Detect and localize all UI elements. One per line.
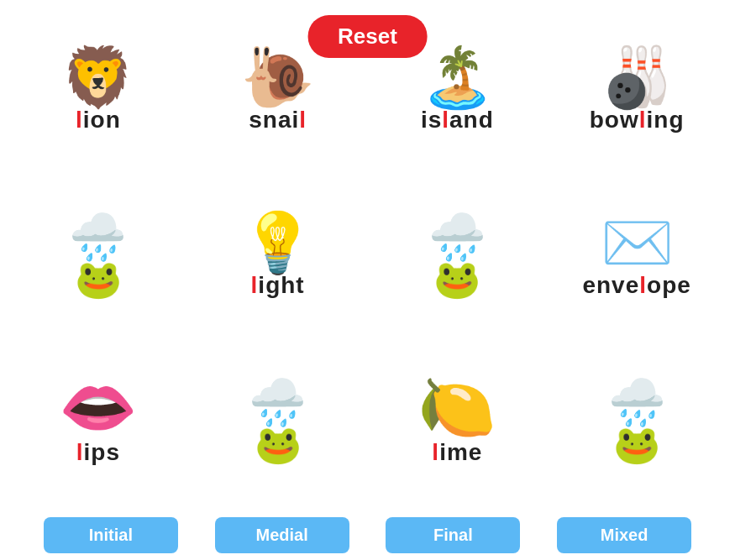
cell-rain1: 🌧️ 🐸 [8, 174, 188, 339]
light-word: light [251, 272, 305, 299]
snail-final: l [299, 107, 307, 133]
island-prefix: is [421, 107, 442, 133]
reset-button[interactable]: Reset [307, 15, 428, 58]
cell-lips[interactable]: 👄 lips [8, 338, 188, 504]
final-button[interactable]: Final [386, 517, 520, 553]
initial-button[interactable]: Initial [44, 517, 178, 553]
cell-lion[interactable]: 🦁 lion [8, 8, 188, 174]
snail-word: snail [249, 107, 307, 133]
island-word: island [421, 107, 494, 133]
island-rest: and [449, 107, 494, 133]
lion-rest: ion [83, 107, 121, 133]
cell-bowling[interactable]: 🎳 bowling [547, 8, 727, 174]
bowling-prefix: bow [590, 107, 639, 133]
cell-envelope[interactable]: ✉️ envelope [547, 174, 727, 339]
snail-image: 🐌 [241, 48, 314, 107]
envelope-medial: l [639, 272, 647, 298]
lips-initial: l [76, 439, 84, 465]
lime-image: 🍋 [417, 376, 496, 439]
cell-light[interactable]: 💡 light [188, 174, 368, 339]
bowling-medial: l [639, 107, 647, 133]
lips-rest: ips [84, 439, 120, 465]
medial-button[interactable]: Medial [215, 517, 349, 553]
lips-word: lips [76, 439, 120, 466]
bowling-word: bowling [590, 107, 685, 133]
cloud-rain-1: 🌧️ [69, 214, 127, 260]
lion-image: 🦁 [61, 48, 134, 107]
cloud-rain-3: 🌧️ [249, 379, 307, 426]
frog-3: 🐸 [255, 426, 302, 463]
cell-rain2: 🌧️ 🐸 [368, 174, 548, 339]
bottom-navigation: Initial Medial Final Mixed [0, 510, 735, 560]
envelope-image: ✉️ [601, 213, 674, 272]
envelope-prefix: enve [582, 272, 639, 298]
bowling-image: 🎳 [601, 48, 674, 107]
frog-4: 🐸 [613, 426, 660, 463]
envelope-rest: ope [647, 272, 691, 298]
envelope-word: envelope [582, 272, 690, 299]
cloud-rain-4: 🌧️ [608, 379, 666, 426]
island-medial: l [442, 107, 449, 133]
cell-rain3: 🌧️ 🐸 [188, 338, 368, 504]
frog-1: 🐸 [75, 260, 122, 298]
lion-word: lion [76, 107, 121, 133]
cell-lime[interactable]: 🍋 lime [368, 338, 548, 504]
light-image: 💡 [241, 213, 314, 272]
lime-rest: ime [439, 439, 482, 465]
cloud-rain-2: 🌧️ [428, 214, 486, 260]
snail-prefix: snai [249, 107, 299, 133]
cell-rain4: 🌧️ 🐸 [547, 338, 727, 504]
lips-image: 👄 [59, 376, 138, 439]
frog-2: 🐸 [433, 260, 480, 298]
lime-initial: l [432, 439, 439, 465]
lime-word: lime [432, 439, 482, 466]
mixed-button[interactable]: Mixed [557, 517, 691, 553]
bowling-rest: ing [647, 107, 685, 133]
lion-initial: l [76, 107, 83, 133]
card-grid: 🦁 lion 🐌 snail 🏝️ island 🎳 bowling 🌧️ 🐸 … [0, 8, 735, 504]
island-image: 🏝️ [421, 48, 494, 107]
light-rest: ight [258, 272, 304, 298]
